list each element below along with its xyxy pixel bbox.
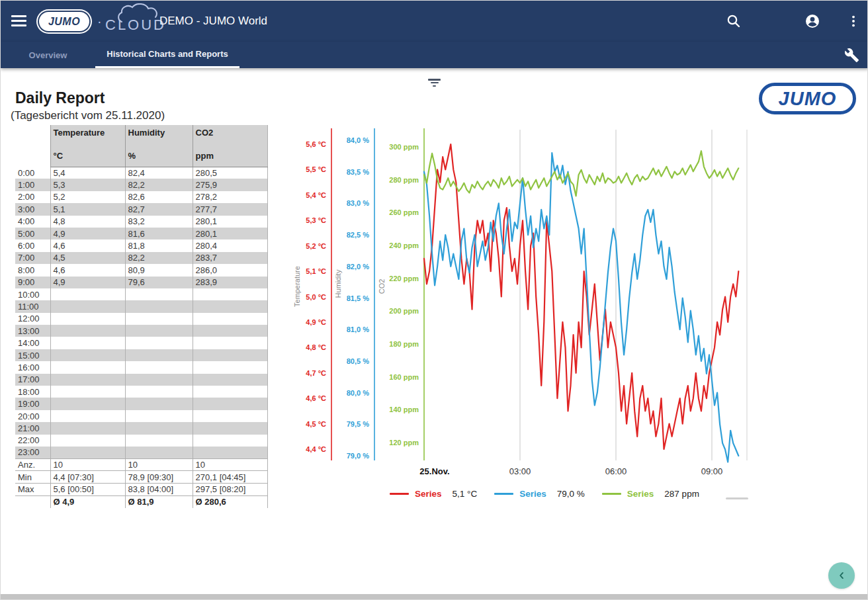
value-cell <box>50 374 125 386</box>
co2-axis-title: CO2 <box>378 279 386 294</box>
tab-historical-charts-and-reports[interactable]: Historical Charts and Reports <box>95 42 239 68</box>
value-cell <box>193 374 267 386</box>
value-cell <box>125 325 193 337</box>
time-cell: 23:00 <box>15 447 50 458</box>
filter-icon[interactable] <box>428 79 441 87</box>
value-cell <box>193 288 267 300</box>
humidity-tick-label: 84,0 % <box>347 136 369 144</box>
legend-item[interactable]: Series79,0 % <box>494 489 585 499</box>
time-cell: 20:00 <box>15 410 50 422</box>
temperature-tick-label: 5,2 °C <box>306 242 326 250</box>
overflow-menu-icon[interactable] <box>846 13 861 29</box>
tab-overview[interactable]: Overview <box>10 42 86 68</box>
value-cell <box>50 325 125 337</box>
time-cell: 12:00 <box>15 313 50 325</box>
value-cell: 5,1 <box>50 203 125 215</box>
hamburger-menu-icon[interactable] <box>11 15 26 26</box>
co2-tick-label: 180 ppm <box>389 340 419 348</box>
chart-scrollbar-thumb[interactable] <box>726 497 748 499</box>
app-window: JUMO · CLOUD DEMO - JUMO World <box>0 0 868 600</box>
value-cell <box>50 288 125 300</box>
legend-item[interactable]: Series5,1 °C <box>390 489 477 499</box>
legend-line-swatch <box>390 493 409 495</box>
co2-tick-label: 220 ppm <box>389 275 419 282</box>
table-row: 17:00 <box>15 374 267 386</box>
temperature-tick-label: 4,6 °C <box>306 394 326 402</box>
chart-legend: Series5,1 °CSeries79,0 %Series287 ppm <box>390 489 716 499</box>
table-row: 8:004,680,9286,0 <box>15 264 267 276</box>
time-cell: 15:00 <box>15 349 50 361</box>
value-cell <box>125 410 193 422</box>
tab-historical-label: Historical Charts and Reports <box>107 49 228 59</box>
column-header: CO2ppm <box>193 125 267 167</box>
x-tick-label: 03:00 <box>509 466 531 476</box>
value-cell <box>50 435 125 447</box>
value-cell <box>50 398 125 409</box>
table-row: 18:00 <box>15 386 267 398</box>
legend-item[interactable]: Series287 ppm <box>602 489 699 499</box>
time-cell: 17:00 <box>15 374 50 386</box>
value-cell <box>50 422 125 434</box>
value-cell <box>50 386 125 398</box>
co2-tick-label: 160 ppm <box>389 373 419 381</box>
summary-value-cell: 5,6 [00:50] <box>50 484 125 496</box>
summary-value-cell: Ø 4,9 <box>50 495 125 508</box>
value-cell: 81,6 <box>125 228 193 239</box>
humidity-tick-label: 79,0 % <box>347 452 369 460</box>
value-cell <box>125 337 193 349</box>
account-icon[interactable] <box>804 13 820 29</box>
value-cell <box>50 300 125 312</box>
humidity-axis-title: Humidity <box>334 269 342 298</box>
page-title: DEMO - JUMO World <box>159 15 267 28</box>
value-cell: 277,7 <box>193 203 267 215</box>
temperature-tick-label: 4,7 °C <box>306 369 326 377</box>
summary-value-cell: Ø 280,6 <box>193 495 267 508</box>
value-cell <box>193 386 267 398</box>
co2-tick-label: 200 ppm <box>389 307 419 315</box>
cloud-logo-text: CLOUD <box>105 17 166 34</box>
time-cell: 10:00 <box>15 288 50 300</box>
humidity-tick-label: 82,0 % <box>347 263 369 271</box>
value-cell <box>193 349 267 361</box>
value-cell: 81,8 <box>125 239 193 251</box>
value-cell: 280,5 <box>193 167 267 179</box>
time-cell: 14:00 <box>15 337 50 349</box>
table-row: 0:005,482,4280,5 <box>15 167 267 179</box>
value-cell <box>193 447 267 458</box>
tab-overview-label: Overview <box>29 50 67 60</box>
value-cell <box>125 300 193 312</box>
x-tick-label: 06:00 <box>605 466 627 476</box>
brand-separator: · <box>97 14 102 29</box>
co2-tick-label: 280 ppm <box>389 176 419 184</box>
tab-bar: Overview Historical Charts and Reports <box>1 42 868 68</box>
co2-tick-label: 240 ppm <box>389 241 419 249</box>
jumo-logo-text: JUMO <box>48 16 80 28</box>
temperature-tick-label: 5,5 °C <box>306 165 326 173</box>
value-cell <box>125 398 193 409</box>
temperature-tick-label: 4,9 °C <box>306 318 326 326</box>
value-cell <box>193 325 267 337</box>
search-icon[interactable] <box>726 13 742 29</box>
temperature-axis-title: Temperature <box>293 266 301 307</box>
summary-value-cell: Ø 81,9 <box>125 495 193 508</box>
summary-value-cell: 297,5 [08:20] <box>193 484 267 496</box>
value-cell <box>125 435 193 447</box>
summary-value-cell: 10 <box>193 458 267 471</box>
wrench-icon[interactable] <box>844 48 859 63</box>
humidity-tick-label: 81,5 % <box>347 294 369 302</box>
time-cell: 0:00 <box>15 167 50 179</box>
table-row: 7:004,582,2283,7 <box>15 252 267 264</box>
x-tick-label: 09:00 <box>701 466 723 476</box>
chevron-left-icon <box>836 570 847 581</box>
summary-label-cell: Max <box>15 484 50 496</box>
value-cell: 275,9 <box>193 179 267 191</box>
time-cell: 1:00 <box>15 179 50 191</box>
column-header: Humidity% <box>125 125 193 167</box>
collapse-panel-button[interactable] <box>828 562 855 589</box>
co2-tick-label: 140 ppm <box>389 406 419 413</box>
humidity-tick-label: 80,5 % <box>347 357 369 365</box>
time-cell: 18:00 <box>15 386 50 398</box>
temperature-tick-label: 5,3 °C <box>306 216 326 224</box>
value-cell: 280,1 <box>193 228 267 239</box>
value-cell <box>50 447 125 458</box>
